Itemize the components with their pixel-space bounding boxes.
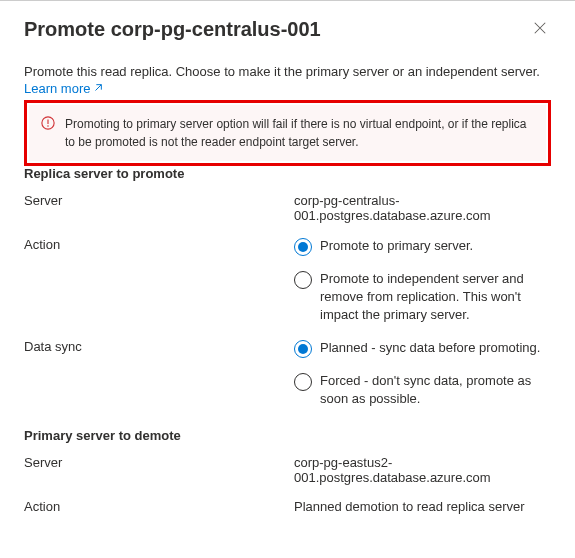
radio-selected-icon	[294, 340, 312, 358]
close-icon	[533, 21, 547, 38]
datasync-radio-forced[interactable]: Forced - don't sync data, promote as soo…	[294, 372, 551, 408]
datasync-radio-planned-label: Planned - sync data before promoting.	[320, 339, 540, 357]
replica-server-row: Server corp-pg-centralus-001.postgres.da…	[24, 193, 551, 223]
datasync-radio-forced-label: Forced - don't sync data, promote as soo…	[320, 372, 551, 408]
replica-section-title: Replica server to promote	[24, 166, 551, 181]
datasync-radio-group: Planned - sync data before promoting. Fo…	[294, 339, 551, 408]
replica-action-row: Action Promote to primary server. Promot…	[24, 237, 551, 325]
replica-server-label: Server	[24, 193, 294, 208]
action-radio-independent[interactable]: Promote to independent server and remove…	[294, 270, 551, 325]
primary-action-label: Action	[24, 499, 294, 514]
replica-action-label: Action	[24, 237, 294, 252]
promote-panel: Promote corp-pg-centralus-001 Promote th…	[0, 1, 575, 544]
action-radio-primary-label: Promote to primary server.	[320, 237, 473, 255]
action-radio-independent-label: Promote to independent server and remove…	[320, 270, 551, 325]
primary-server-label: Server	[24, 455, 294, 470]
radio-unselected-icon	[294, 271, 312, 289]
panel-title: Promote corp-pg-centralus-001	[24, 18, 321, 41]
intro-text: Promote this read replica. Choose to mak…	[24, 64, 551, 79]
primary-action-row: Action Planned demotion to read replica …	[24, 499, 551, 514]
svg-point-2	[47, 125, 49, 127]
primary-section-title: Primary server to demote	[24, 428, 551, 443]
warning-alert: Promoting to primary server option will …	[29, 105, 546, 161]
error-icon	[41, 116, 55, 133]
datasync-label: Data sync	[24, 339, 294, 354]
action-radio-group: Promote to primary server. Promote to in…	[294, 237, 551, 325]
datasync-row: Data sync Planned - sync data before pro…	[24, 339, 551, 408]
primary-server-value: corp-pg-eastus2-001.postgres.database.az…	[294, 455, 551, 485]
primary-action-value: Planned demotion to read replica server	[294, 499, 551, 514]
learn-more-link[interactable]: Learn more	[24, 81, 103, 96]
radio-selected-icon	[294, 238, 312, 256]
alert-text: Promoting to primary server option will …	[65, 115, 534, 151]
primary-server-row: Server corp-pg-eastus2-001.postgres.data…	[24, 455, 551, 485]
action-radio-primary[interactable]: Promote to primary server.	[294, 237, 551, 256]
datasync-radio-planned[interactable]: Planned - sync data before promoting.	[294, 339, 551, 358]
learn-more-label: Learn more	[24, 81, 90, 96]
panel-header: Promote corp-pg-centralus-001	[24, 17, 551, 42]
close-button[interactable]	[529, 17, 551, 42]
replica-server-value: corp-pg-centralus-001.postgres.database.…	[294, 193, 551, 223]
radio-unselected-icon	[294, 373, 312, 391]
external-link-icon	[93, 83, 103, 95]
alert-highlight-border: Promoting to primary server option will …	[24, 100, 551, 166]
